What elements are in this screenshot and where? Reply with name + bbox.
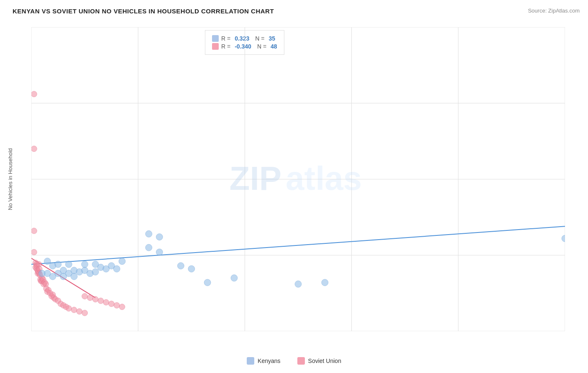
svg-point-58 <box>66 305 72 311</box>
svg-point-63 <box>87 295 93 301</box>
svg-point-100 <box>204 279 211 286</box>
svg-text:atlas: atlas <box>286 160 362 197</box>
svg-point-76 <box>55 261 61 268</box>
svg-text:ZIP: ZIP <box>230 160 281 197</box>
svg-point-98 <box>146 230 152 237</box>
svg-point-97 <box>188 266 195 272</box>
svg-point-25 <box>31 249 37 255</box>
chart-container: KENYAN VS SOVIET UNION NO VEHICLES IN HO… <box>0 0 588 373</box>
svg-point-62 <box>82 293 88 299</box>
svg-point-82 <box>71 273 77 280</box>
chart-svg: 0.0%12.5%25.0%37.5%50.0%0.0%25.0%ZIPatla… <box>31 27 565 331</box>
svg-point-71 <box>44 258 51 265</box>
svg-point-103 <box>322 279 328 286</box>
svg-point-85 <box>82 261 88 268</box>
y-axis-label: No Vehicles in Household <box>6 27 14 331</box>
svg-point-68 <box>114 302 120 308</box>
svg-point-95 <box>156 249 163 255</box>
svg-point-61 <box>82 310 88 316</box>
bottom-legend-kenyans: Kenyans <box>247 357 280 365</box>
soviet-swatch <box>297 357 305 365</box>
svg-point-69 <box>119 304 125 310</box>
svg-point-65 <box>98 298 104 304</box>
svg-point-66 <box>103 299 109 305</box>
svg-point-104 <box>562 235 565 242</box>
svg-point-24 <box>31 228 37 234</box>
svg-point-60 <box>77 309 82 314</box>
svg-point-59 <box>71 307 77 313</box>
svg-point-93 <box>119 258 125 265</box>
svg-line-20 <box>31 226 565 264</box>
svg-point-94 <box>146 244 152 251</box>
soviet-label: Soviet Union <box>308 358 341 364</box>
kenyans-swatch <box>247 357 254 365</box>
bottom-legend: Kenyans Soviet Union <box>0 357 588 365</box>
svg-point-92 <box>113 266 120 272</box>
chart-title: KENYAN VS SOVIET UNION NO VEHICLES IN HO… <box>13 8 274 15</box>
svg-point-101 <box>231 275 238 281</box>
svg-point-96 <box>177 263 184 269</box>
svg-point-67 <box>108 301 114 307</box>
bottom-legend-soviet: Soviet Union <box>297 357 341 365</box>
svg-point-102 <box>295 281 302 287</box>
source-text: Source: ZipAtlas.com <box>528 8 580 14</box>
svg-point-23 <box>31 146 37 152</box>
svg-point-99 <box>156 234 163 240</box>
kenyans-label: Kenyans <box>258 358 280 364</box>
svg-point-64 <box>92 296 98 302</box>
svg-point-22 <box>31 91 37 97</box>
svg-point-87 <box>92 268 99 275</box>
svg-point-79 <box>65 261 72 268</box>
